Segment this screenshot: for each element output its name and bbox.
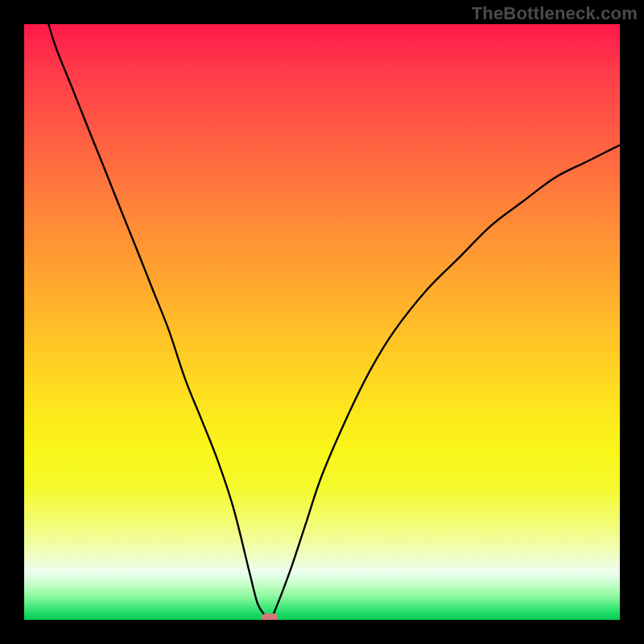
watermark-text: TheBottleneck.com	[472, 3, 638, 24]
bottleneck-curve	[24, 24, 620, 620]
optimal-point-marker	[262, 613, 278, 620]
outer-frame: TheBottleneck.com	[0, 0, 644, 644]
plot-area	[24, 24, 620, 620]
